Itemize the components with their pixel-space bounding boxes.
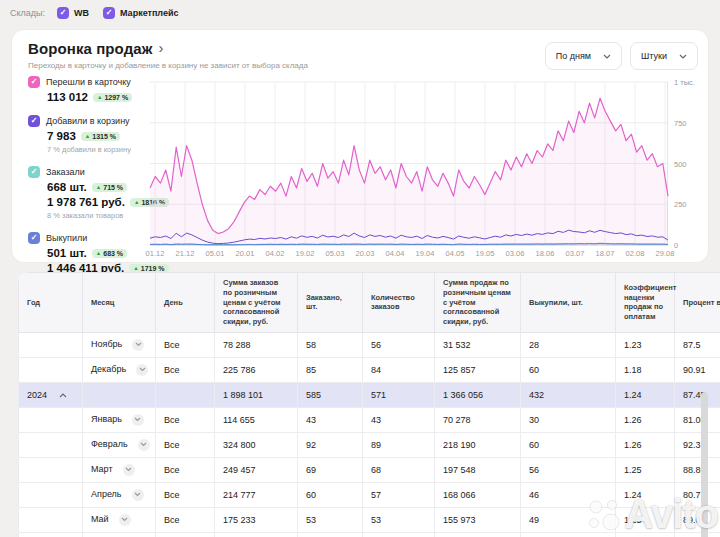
growth-badge: ▲1297 % (93, 93, 132, 102)
cell-year (19, 532, 83, 537)
units-dropdown[interactable]: Штуки (630, 42, 698, 70)
x-tick-label: 19.02 (296, 249, 315, 258)
cell-day: Все (156, 482, 215, 507)
cell-order_count: 84 (363, 357, 435, 382)
cell-ordered: 85 (298, 357, 363, 382)
cell-day (156, 382, 215, 407)
month-dropdown-cell[interactable]: Апрель (83, 482, 156, 507)
metric-value: 501 шт. (47, 247, 87, 259)
metric-checkbox-icon[interactable]: ✓ (28, 166, 40, 178)
y-tick-label: 1 тыс. (674, 78, 695, 87)
metric-checkbox-icon[interactable]: ✓ (28, 232, 40, 244)
cell-ordered: 58 (298, 332, 363, 357)
cell-markup: 1.25 (616, 507, 675, 532)
month-dropdown-cell[interactable]: Ноябрь (83, 332, 156, 357)
cell-buyout_pct: 87.5 (675, 332, 720, 357)
chevron-right-icon[interactable]: › (158, 39, 163, 56)
x-tick-label: 19.05 (476, 249, 495, 258)
cell-sales_sum: 218 190 (435, 432, 521, 457)
cell-order_sum: 175 233 (215, 507, 298, 532)
chevron-down-icon[interactable] (132, 414, 144, 426)
month-dropdown-cell[interactable]: Февраль (83, 432, 156, 457)
cell-markup: 1.23 (616, 332, 675, 357)
warehouse-option-wb[interactable]: ✓WB (57, 7, 89, 19)
page-title-text: Воронка продаж (28, 40, 152, 57)
cell-text: Февраль (91, 439, 128, 449)
x-tick-label: 01.12 (146, 249, 165, 258)
chart-y-axis: 1 тыс.7505002500 (674, 82, 708, 245)
x-tick-label: 20.03 (356, 249, 375, 258)
metric-value: 1 978 761 руб. (47, 196, 125, 208)
chevron-down-icon (603, 54, 611, 59)
chevron-down-icon[interactable] (123, 464, 135, 476)
table-scrollbar[interactable] (701, 392, 708, 537)
month-dropdown-cell[interactable]: Март (83, 457, 156, 482)
cell-order_sum: 114 655 (215, 407, 298, 432)
cell-bought: 60 (521, 432, 616, 457)
warehouse-options: ✓WB✓Маркетплейс (57, 7, 179, 19)
chevron-down-icon[interactable] (132, 489, 144, 501)
chevron-down-icon[interactable] (136, 364, 148, 376)
sales-table: ГодМесяцДеньСумма заказов по розничным ц… (18, 272, 720, 537)
cell-order_count: 68 (363, 457, 435, 482)
month-dropdown-cell[interactable]: Декабрь (83, 357, 156, 382)
metric-checkbox-icon[interactable]: ✓ (28, 76, 40, 88)
cell-day: Все (156, 407, 215, 432)
cell-ordered: 92 (298, 432, 363, 457)
funnel-item-3: ✓Выкупили501 шт.▲683 %1 446 411 руб.▲171… (28, 232, 148, 274)
column-header-ordered: Заказано, шт. (298, 273, 363, 333)
month-dropdown-cell[interactable]: Июнь (83, 532, 156, 537)
warehouse-option-маркетплейс[interactable]: ✓Маркетплейс (103, 7, 179, 19)
x-tick-label: 02.08 (626, 249, 645, 258)
cell-text: Январь (91, 414, 122, 424)
cell-bought: 30 (521, 407, 616, 432)
metric-value: 7 983 (47, 130, 76, 142)
chart-x-axis: 01.1221.1205.0120.0104.0219.0205.0320.03… (150, 249, 668, 261)
cell-buyout_pct: 80.7 (675, 482, 720, 507)
chevron-down-icon[interactable] (119, 514, 131, 526)
cell-buyout_pct: 92.31 (675, 432, 720, 457)
cell-year (19, 357, 83, 382)
cell-buyout_pct: 90.91 (675, 357, 720, 382)
x-tick-label: 21.12 (176, 249, 195, 258)
metric-label: Заказали (46, 167, 85, 177)
cell-day: Все (156, 432, 215, 457)
metric-label: Добавили в корзину (46, 116, 130, 126)
cell-year (19, 507, 83, 532)
x-tick-label: 03.06 (506, 249, 525, 258)
chevron-down-icon[interactable] (132, 339, 144, 351)
cell-buyout_pct: 81.08 (675, 407, 720, 432)
cell-buyout_pct: 87.45 (675, 382, 720, 407)
checkbox-checked-icon[interactable]: ✓ (103, 7, 115, 19)
cell-ordered: 585 (298, 382, 363, 407)
cell-markup: 1.24 (616, 532, 675, 537)
cell-order_count: 53 (363, 507, 435, 532)
page-title: Воронка продаж › (28, 40, 164, 57)
x-tick-label: 04.05 (446, 249, 465, 258)
period-dropdown[interactable]: По дням (545, 42, 622, 70)
period-dropdown-label: По дням (556, 51, 591, 61)
checkbox-checked-icon[interactable]: ✓ (57, 7, 69, 19)
x-tick-label: 29.08 (656, 249, 675, 258)
month-dropdown-cell[interactable]: Май (83, 507, 156, 532)
chevron-up-icon[interactable] (59, 393, 67, 398)
table-row-5: МартВсе249 4576968197 548561.2588.89 (19, 457, 720, 482)
month-dropdown-cell[interactable]: Январь (83, 407, 156, 432)
cell-order_count: 43 (363, 407, 435, 432)
sales-funnel-card: Воронка продаж › Переходы в карточку и д… (12, 30, 708, 262)
column-header-order_count: Количество заказов (363, 273, 435, 333)
metric-checkbox-icon[interactable]: ✓ (28, 115, 40, 127)
table-row-6: АпрельВсе214 7776057168 066461.2480.7 (19, 482, 720, 507)
table-header-row: ГодМесяцДеньСумма заказов по розничным ц… (19, 273, 720, 333)
cell-order_sum: 214 777 (215, 482, 298, 507)
cell-year: 2024 (19, 382, 83, 407)
chevron-down-icon[interactable] (138, 439, 150, 451)
cell-order_sum: 78 288 (215, 332, 298, 357)
cell-sales_sum: 1 366 056 (435, 382, 521, 407)
table-row-3: ЯнварьВсе114 655434370 278301.2681.08 (19, 407, 720, 432)
metric-subtext: 8 % заказали товаров (47, 211, 148, 220)
funnel-item-2: ✓Заказали668 шт.▲715 %1 978 761 руб.▲181… (28, 166, 148, 220)
cell-bought: 46 (521, 482, 616, 507)
x-tick-label: 05.01 (206, 249, 225, 258)
cell-day: Все (156, 457, 215, 482)
